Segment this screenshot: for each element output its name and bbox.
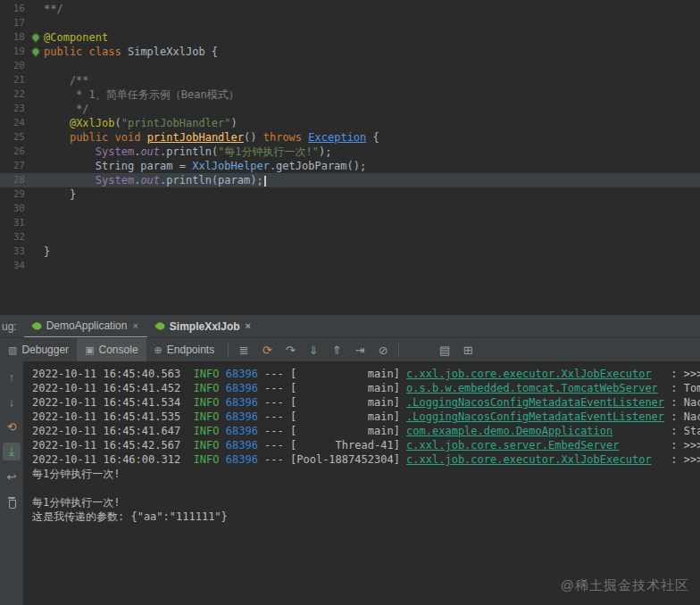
- watermark: @稀土掘金技术社区: [561, 577, 689, 594]
- view-tab-label: Endpoints: [167, 344, 214, 356]
- mute-breakpoints-icon[interactable]: ⊘: [373, 341, 393, 359]
- run-tab-label: DemoApplication: [46, 319, 128, 332]
- text-caret: [264, 176, 266, 186]
- gutter-spacer: [28, 187, 44, 202]
- code-line[interactable]: 22 * 1、简单任务示例（Bean模式）: [0, 87, 700, 102]
- spring-bean-icon[interactable]: [28, 45, 44, 59]
- line-number: 24: [0, 116, 28, 130]
- line-number: 30: [0, 202, 28, 216]
- console-output[interactable]: 2022-10-11 16:45:40.563 INFO 68396 --- […: [23, 361, 700, 605]
- run-to-cursor-icon[interactable]: ⇥: [350, 341, 370, 359]
- tab-endpoints[interactable]: ⊕Endpoints: [146, 338, 223, 361]
- code-text: **/: [44, 2, 63, 16]
- thread-dump-icon[interactable]: ▤: [435, 341, 454, 359]
- clear-console-icon: [6, 496, 17, 508]
- code-line[interactable]: 19public class SimpleXxlJob {: [0, 45, 700, 59]
- console-stdout-line: 每1分钟执行一次!: [32, 495, 700, 510]
- spring-bean-icon: [30, 46, 40, 56]
- debug-toolbar: ▥Debugger▣Console⊕Endpoints ≣⟳↷⇓⇑⇥⊘ ▤⊞: [0, 337, 700, 361]
- code-text: System.out.println(param);: [44, 173, 266, 187]
- view-tabs: ▥Debugger▣Console⊕Endpoints: [0, 338, 222, 361]
- gutter-spacer: [28, 202, 44, 216]
- clear-console-icon[interactable]: [3, 493, 21, 510]
- endpoints-icon: ⊕: [154, 344, 162, 356]
- rerun-icon[interactable]: ⟲: [3, 418, 21, 435]
- console-side-toolbar: ↑↓⟲⤓↩: [0, 361, 23, 605]
- console-stdout-line: 每1分钟执行一次!: [32, 467, 700, 481]
- code-line[interactable]: 16**/: [0, 2, 700, 16]
- code-line[interactable]: 26 System.out.println("每1分钟执行一次!");: [0, 145, 700, 159]
- code-line[interactable]: 32: [0, 230, 700, 244]
- code-line[interactable]: 27 String param = XxlJobHelper.getJobPar…: [0, 159, 700, 173]
- debug-dock-label: ug:: [0, 315, 24, 337]
- code-text: public class SimpleXxlJob {: [44, 45, 218, 59]
- line-number: 19: [0, 45, 28, 59]
- gutter-spacer: [28, 244, 44, 259]
- line-number: 28: [0, 173, 28, 187]
- toolbar-icons: ≣⟳↷⇓⇑⇥⊘: [234, 341, 393, 359]
- gutter-spacer: [28, 2, 44, 16]
- gutter-spacer: [28, 130, 44, 145]
- code-line[interactable]: 33}: [0, 244, 700, 259]
- console-log-lines: 2022-10-11 16:45:40.563 INFO 68396 --- […: [32, 367, 700, 467]
- spring-boot-icon: [31, 320, 43, 332]
- code-line[interactable]: 23 */: [0, 102, 700, 116]
- console-stdout-line: 这是我传递的参数: {"aa":"111111"}: [32, 510, 700, 524]
- code-line[interactable]: 18@Component: [0, 30, 700, 45]
- gutter-spacer: [28, 145, 44, 159]
- debugger-icon: ▥: [8, 344, 17, 356]
- view-tab-label: Debugger: [21, 344, 69, 356]
- code-line[interactable]: 31: [0, 216, 700, 230]
- step-over-icon[interactable]: ↷: [280, 341, 300, 359]
- close-icon[interactable]: ×: [132, 321, 138, 331]
- spring-boot-icon: [154, 320, 166, 332]
- gutter-spacer: [28, 16, 44, 30]
- code-line[interactable]: 29 }: [0, 187, 700, 202]
- code-line[interactable]: 25 public void printJobHandler() throws …: [0, 130, 700, 145]
- console-log-line: 2022-10-11 16:45:40.563 INFO 68396 --- […: [32, 367, 700, 381]
- code-line[interactable]: 21 /**: [0, 73, 700, 87]
- scroll-up-icon[interactable]: ↑: [3, 368, 21, 385]
- code-text: }: [44, 187, 76, 202]
- code-line[interactable]: 20: [0, 59, 700, 73]
- console-stdout-line: [32, 481, 700, 495]
- run-tab-simplexxljob[interactable]: SimpleXxlJob×: [147, 315, 260, 337]
- run-tab-demoapplication[interactable]: DemoApplication×: [24, 315, 147, 337]
- line-number: 20: [0, 59, 28, 73]
- layout-settings-icon[interactable]: ⊞: [458, 341, 478, 359]
- code-line[interactable]: 30: [0, 202, 700, 216]
- code-text: }: [44, 244, 50, 259]
- code-text: */: [44, 102, 89, 116]
- code-line[interactable]: 17: [0, 16, 700, 30]
- close-icon[interactable]: ×: [246, 321, 251, 331]
- gutter-spacer: [28, 230, 44, 244]
- line-number: 25: [0, 130, 28, 145]
- gutter-spacer: [28, 102, 44, 116]
- code-line[interactable]: 24 @XxlJob("printJobHandler"): [0, 116, 700, 130]
- console-icon: ▣: [85, 344, 94, 356]
- code-text: @XxlJob("printJobHandler"): [44, 116, 238, 130]
- code-text: /**: [44, 73, 89, 87]
- run-tabs: DemoApplication×SimpleXxlJob×: [24, 315, 260, 337]
- gutter-spacer: [28, 159, 44, 173]
- spring-bean-icon[interactable]: [28, 30, 44, 45]
- toolbar-separator: [228, 343, 229, 357]
- step-out-icon[interactable]: ⇑: [327, 341, 346, 359]
- code-line[interactable]: 28 System.out.println(param);: [0, 173, 700, 187]
- scroll-down-icon[interactable]: ↓: [3, 393, 21, 410]
- console-log-line: 2022-10-11 16:46:00.312 INFO 68396 --- […: [32, 452, 700, 467]
- code-editor[interactable]: 16**/1718@Component19public class Simple…: [0, 0, 700, 314]
- line-number: 32: [0, 230, 28, 244]
- spring-bean-icon: [30, 32, 40, 42]
- line-number: 21: [0, 73, 28, 87]
- scroll-to-end-icon[interactable]: ⤓: [3, 443, 21, 460]
- line-number: 26: [0, 145, 28, 159]
- soft-wrap-icon[interactable]: ↩: [3, 468, 21, 485]
- code-line[interactable]: 34: [0, 259, 700, 273]
- options-menu-icon[interactable]: ≣: [234, 341, 254, 359]
- tab-debugger[interactable]: ▥Debugger: [0, 338, 77, 361]
- step-into-icon[interactable]: ⇓: [304, 341, 323, 359]
- line-number: 17: [0, 16, 28, 30]
- tab-console[interactable]: ▣Console: [77, 338, 146, 361]
- rerun-program-icon[interactable]: ⟳: [257, 341, 277, 359]
